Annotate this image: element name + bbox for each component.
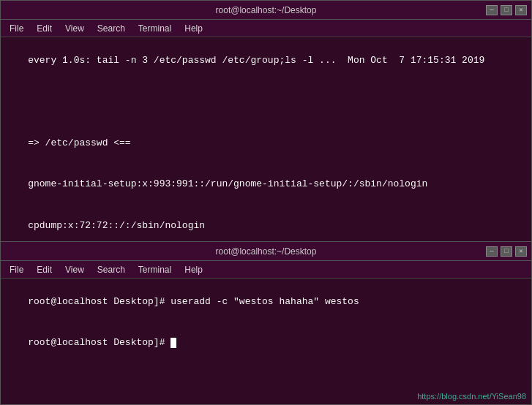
line-4: gnome-initial-setup:x:993:991::/run/gnom… <box>28 178 427 189</box>
menu-help-bottom[interactable]: Help <box>179 263 209 276</box>
maximize-button-top[interactable]: □ <box>501 5 512 15</box>
terminal-top: root@localhost:~/Desktop ─ □ ✕ File Edit… <box>0 0 532 243</box>
cmd-line-1: root@localhost Desktop]# useradd -c "wes… <box>28 296 359 307</box>
minimize-button-top[interactable]: ─ <box>486 5 498 15</box>
menu-edit-bottom[interactable]: Edit <box>31 263 58 276</box>
watermark: https://blog.csdn.net/YiSean98 <box>417 392 526 401</box>
close-button-bottom[interactable]: ✕ <box>515 246 527 257</box>
terminal-bottom: root@localhost:~/Desktop ─ □ ✕ File Edit… <box>0 241 532 405</box>
title-top: root@localhost:~/Desktop <box>216 5 317 15</box>
terminal-output-bottom: root@localhost Desktop]# useradd -c "wes… <box>1 279 531 367</box>
title-bar-bottom: root@localhost:~/Desktop ─ □ ✕ <box>1 242 531 261</box>
menu-edit-top[interactable]: Edit <box>31 22 58 35</box>
menu-bar-top: File Edit View Search Terminal Help <box>1 20 531 37</box>
menu-help-top[interactable]: Help <box>179 22 209 35</box>
line-5: cpdump:x:72:72::/:/sbin/nologin <box>28 220 205 231</box>
menu-terminal-bottom[interactable]: Terminal <box>132 263 177 276</box>
cursor <box>171 338 176 348</box>
close-button-top[interactable]: ✕ <box>515 5 527 15</box>
maximize-button-bottom[interactable]: □ <box>501 246 512 257</box>
menu-search-bottom[interactable]: Search <box>91 263 131 276</box>
line-1: every 1.0s: tail -n 3 /etc/passwd /etc/g… <box>28 55 484 66</box>
title-bottom: root@localhost:~/Desktop <box>216 246 317 257</box>
line-3: => /etc/passwd <== <box>28 137 130 148</box>
window-controls-bottom[interactable]: ─ □ ✕ <box>486 246 527 257</box>
menu-search-top[interactable]: Search <box>91 22 131 35</box>
menu-view-top[interactable]: View <box>59 22 90 35</box>
minimize-button-bottom[interactable]: ─ <box>486 246 498 257</box>
menu-view-bottom[interactable]: View <box>59 263 90 276</box>
menu-terminal-top[interactable]: Terminal <box>132 22 177 35</box>
menu-bar-bottom: File Edit View Search Terminal Help <box>1 261 531 279</box>
title-bar-top: root@localhost:~/Desktop ─ □ ✕ <box>1 1 531 20</box>
window-controls-top[interactable]: ─ □ ✕ <box>486 5 527 15</box>
cmd-line-2: root@localhost Desktop]# <box>28 337 176 348</box>
menu-file-top[interactable]: File <box>4 22 29 35</box>
menu-file-bottom[interactable]: File <box>4 263 29 276</box>
